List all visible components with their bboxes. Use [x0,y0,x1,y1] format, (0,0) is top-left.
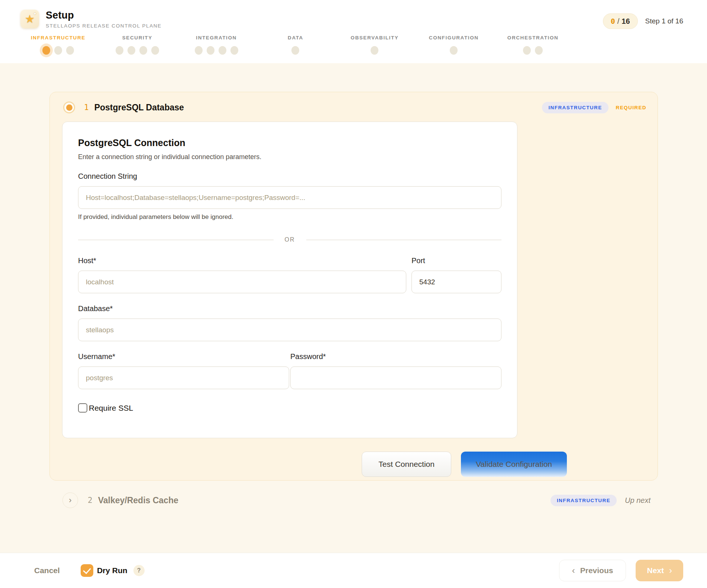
next-step-title: Valkey/Redis Cache [98,495,178,505]
password-label: Password* [290,352,501,361]
progress-total: 16 [622,17,630,26]
connection-form-card: PostgreSQL Connection Enter a connection… [62,122,517,438]
username-label: Username* [78,352,289,361]
progress-separator: / [617,17,620,26]
step-dot [139,46,147,55]
page-subtitle: STELLAOPS RELEASE CONTROL PLANE [46,23,162,29]
connection-string-input[interactable] [78,186,501,209]
form-heading: PostgreSQL Connection [78,138,501,148]
expand-step-button chevron-right-icon[interactable]: › [62,492,78,508]
help-icon[interactable]: ? [133,565,145,576]
phase-label: CONFIGURATION [429,35,479,41]
chevron-left-icon: ‹ [572,566,575,575]
step-dot [127,46,135,55]
upnext-status: Up next [625,496,650,505]
footer-bar: Cancel Dry Run ? ‹ Previous Next › [0,553,707,588]
or-divider: OR [78,236,501,243]
category-badge: INFRASTRUCTURE [542,102,608,113]
cancel-button[interactable]: Cancel [34,566,60,575]
active-step-radio-icon [63,101,75,113]
step-dot [54,46,62,55]
chevron-right-icon: › [669,566,672,575]
phase-data: DATA [256,35,335,55]
required-badge: REQUIRED [616,105,646,110]
dry-run-label: Dry Run [97,566,127,575]
dry-run-checkbox[interactable] [81,564,93,577]
password-input[interactable] [290,366,501,389]
connection-string-label: Connection String [78,172,501,181]
step-dot [523,46,531,55]
test-connection-button[interactable]: Test Connection [362,452,451,477]
phase-integration: INTEGRATION [177,35,256,55]
step-dot [116,46,123,55]
radio-dot [66,104,72,111]
step-dot [371,46,378,55]
host-label: Host* [78,256,406,265]
phase-orchestration: ORCHESTRATION [493,35,572,55]
require-ssl-label: Require SSL [89,404,133,413]
phase-label: INTEGRATION [196,35,237,41]
phase-label: ORCHESTRATION [507,35,559,41]
phase-steps: INFRASTRUCTURESECURITYINTEGRATIONDATAOBS… [19,35,572,55]
phase-observability: OBSERVABILITY [335,35,414,55]
phase-label: DATA [288,35,303,41]
validate-configuration-button[interactable]: Validate Configuration [461,452,567,477]
divider-line [78,240,274,240]
step-card-header[interactable]: 1 PostgreSQL Database INFRASTRUCTURE REQ… [50,92,658,122]
database-input[interactable] [78,319,501,341]
step-card-postgresql: 1 PostgreSQL Database INFRASTRUCTURE REQ… [49,92,658,481]
next-step-number: 2 [88,496,93,505]
port-input[interactable] [411,271,501,293]
port-label: Port [411,256,501,265]
progress-badge: 0 / 16 [603,13,638,29]
phase-label: OBSERVABILITY [351,35,398,41]
step-dot [230,46,238,55]
step-dot-active [42,46,50,55]
require-ssl-checkbox[interactable] [78,403,87,413]
step-dot [207,46,214,55]
main-content: 1 PostgreSQL Database INFRASTRUCTURE REQ… [0,63,707,553]
phase-security: SECURITY [98,35,177,55]
phase-configuration: CONFIGURATION [414,35,493,55]
or-label: OR [274,236,306,243]
step-dot [66,46,74,55]
upnext-row-valkey-redis[interactable]: › 2 Valkey/Redis Cache INFRASTRUCTURE Up… [49,489,658,512]
next-label: Next [647,566,664,575]
next-button[interactable]: Next › [636,560,683,581]
username-input[interactable] [78,366,289,389]
previous-button[interactable]: ‹ Previous [559,560,626,581]
sparkle-glyph: ✦ [33,11,37,16]
phase-label: SECURITY [122,35,152,41]
connection-string-helper: If provided, individual parameters below… [78,213,501,221]
step-title: PostgreSQL Database [94,103,184,113]
step-dot [291,46,299,55]
app-logo star-icon: ★ ✦ [20,10,39,28]
page-title: Setup [46,10,162,21]
database-label: Database* [78,304,501,313]
step-number: 1 [84,103,89,112]
host-input[interactable] [78,271,406,293]
previous-label: Previous [580,566,613,575]
step-indicator: Step 1 of 16 [645,17,683,25]
step-dot [151,46,159,55]
step-dot [219,46,226,55]
phase-infrastructure: INFRASTRUCTURE [19,35,98,55]
step-dot [535,46,543,55]
category-badge: INFRASTRUCTURE [551,495,617,506]
step-dot [195,46,203,55]
divider-line [306,240,502,240]
step-dot [450,46,458,55]
form-description: Enter a connection string or individual … [78,153,501,161]
header: ★ ✦ Setup STELLAOPS RELEASE CONTROL PLAN… [0,0,707,63]
progress-completed: 0 [611,17,615,26]
phase-label: INFRASTRUCTURE [31,35,85,41]
